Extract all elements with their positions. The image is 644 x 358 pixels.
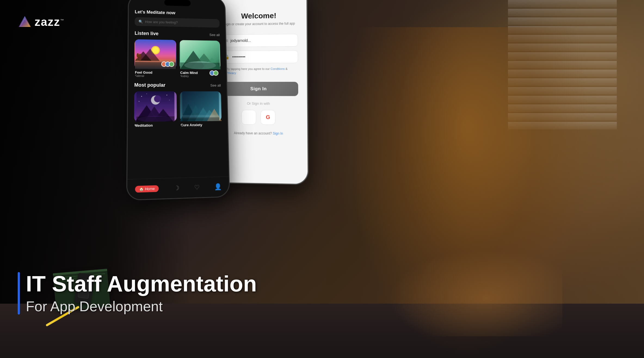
app-search-bar[interactable]: 🔍 How are you feeling? <box>135 17 220 28</box>
sign-in-button[interactable]: Sign In <box>219 82 298 96</box>
svg-point-22 <box>141 96 142 97</box>
svg-point-24 <box>146 94 147 94</box>
svg-point-25 <box>169 100 170 100</box>
feel-good-card[interactable]: Feel Good Salenal <box>134 39 177 77</box>
svg-rect-18 <box>180 63 220 70</box>
listen-live-section-header: Listen live See all <box>135 30 220 38</box>
heart-icon: ♡ <box>194 183 200 191</box>
google-icon: G <box>266 114 270 120</box>
feel-good-label: Feel Good <box>134 70 177 75</box>
app-screen-content: Let's Meditate now 🔍 How are you feeling… <box>127 5 229 200</box>
google-login-btn[interactable]: G <box>261 110 276 125</box>
calm-mind-avatars <box>211 70 218 76</box>
most-popular-section-header: Most popular See all <box>134 82 221 88</box>
terms-check[interactable]: ✓ By tapping here you agree to our Condi… <box>220 67 298 75</box>
zazz-logo-icon <box>18 15 32 29</box>
terms-privacy-link[interactable]: Privacy <box>226 71 236 75</box>
terms-conditions-link[interactable]: Conditions <box>270 67 285 70</box>
brand-name: zazz™ <box>35 15 64 29</box>
svg-rect-32 <box>136 116 174 122</box>
nav-home[interactable]: 🏠 Home <box>135 185 159 192</box>
already-account-text: Already have an account? Sign In <box>219 131 298 136</box>
login-title: Welcome! <box>220 11 298 21</box>
meditation-image <box>134 91 177 122</box>
listen-live-see-all[interactable]: See all <box>209 33 220 37</box>
apple-login-btn[interactable] <box>241 110 256 125</box>
listen-live-title: Listen live <box>135 30 159 36</box>
profile-icon: 👤 <box>214 183 222 191</box>
hero-text-block: IT Staff Augmentation For App Developmen… <box>18 272 257 315</box>
meditation-scene <box>134 91 177 122</box>
feel-good-avatars <box>163 61 174 67</box>
svg-point-23 <box>167 95 167 95</box>
anxiety-scene <box>180 91 221 121</box>
password-dots: •••••••••• <box>232 54 293 59</box>
accent-bar <box>18 272 20 315</box>
social-login-row: G <box>219 110 298 125</box>
app-bottom-nav: 🏠 Home ☽ ♡ 👤 <box>127 176 229 200</box>
email-value: jodyarnold... <box>230 38 293 43</box>
password-field[interactable]: 🔒 •••••••••• <box>220 50 298 63</box>
sleep-icon: ☽ <box>174 184 180 192</box>
search-icon: 🔍 <box>138 20 143 24</box>
calm-mind-scene <box>179 40 220 69</box>
feel-good-image <box>134 39 176 69</box>
nav-home-label: Home <box>145 186 155 191</box>
svg-point-21 <box>154 95 161 102</box>
svg-marker-0 <box>19 16 31 27</box>
meditation-label: Meditation <box>134 123 177 128</box>
most-popular-title: Most popular <box>134 82 165 88</box>
calm-mind-card[interactable]: Calm Mind Andrey <box>179 40 221 78</box>
nav-sleep[interactable]: ☽ <box>174 184 180 192</box>
cure-anxiety-label: Cure Anxiety <box>180 123 222 127</box>
search-placeholder-text: How are you feeling? <box>145 20 178 24</box>
login-subtitle: Login or create your account to access t… <box>220 21 298 27</box>
phone-frame-dark: Let's Meditate now 🔍 How are you feeling… <box>126 0 230 201</box>
terms-text: By tapping here you agree to our Conditi… <box>226 67 298 75</box>
most-popular-see-all[interactable]: See all <box>210 83 221 88</box>
avatar-5 <box>213 70 218 76</box>
email-field[interactable]: ✉ jodyarnold... <box>220 34 298 47</box>
home-icon: 🏠 <box>139 187 144 191</box>
hero-title: IT Staff Augmentation <box>18 272 257 295</box>
calm-mind-image <box>179 40 220 69</box>
nav-profile[interactable]: 👤 <box>214 183 222 191</box>
arm-on-laptop <box>372 241 562 336</box>
meditation-card[interactable]: Meditation <box>134 91 177 128</box>
feel-good-sub: Salenal <box>134 74 177 78</box>
hero-subtitle: For App Development <box>18 298 257 315</box>
nav-favorites[interactable]: ♡ <box>194 183 200 191</box>
app-greeting: Let's Meditate now <box>135 6 219 19</box>
or-divider: Or Sign in with <box>219 101 298 105</box>
logo: zazz™ <box>18 15 64 29</box>
svg-rect-40 <box>182 117 219 121</box>
svg-point-11 <box>139 54 141 58</box>
cure-anxiety-card[interactable]: Cure Anxiety <box>180 91 222 127</box>
avatar-3 <box>169 61 174 67</box>
phone-meditation-mockup: Let's Meditate now 🔍 How are you feeling… <box>126 0 230 201</box>
sign-in-link[interactable]: Sign In <box>273 131 283 135</box>
svg-point-26 <box>139 101 140 102</box>
cure-anxiety-image <box>180 91 221 121</box>
listen-live-cards: Feel Good Salenal <box>134 39 221 78</box>
most-popular-cards: Meditation <box>134 91 222 128</box>
